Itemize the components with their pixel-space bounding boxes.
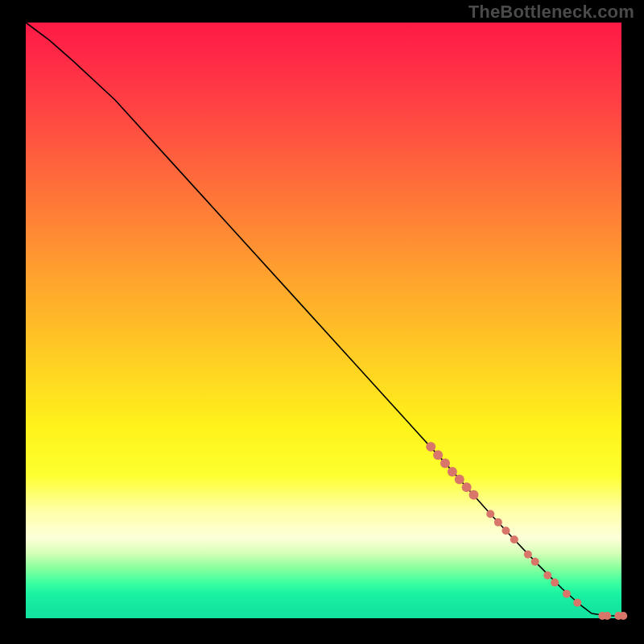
data-point <box>524 551 532 559</box>
chart-svg <box>26 23 621 618</box>
data-point <box>563 590 571 598</box>
data-point <box>551 579 559 587</box>
bottleneck-curve <box>26 23 621 616</box>
data-point <box>455 475 464 485</box>
plot-area <box>26 23 621 618</box>
data-point <box>510 535 518 543</box>
data-point <box>619 612 627 620</box>
chart-container: TheBottleneck.com <box>0 0 644 644</box>
data-point <box>448 467 457 477</box>
data-point <box>433 450 443 460</box>
data-point <box>469 490 478 500</box>
data-point <box>573 599 581 607</box>
watermark-text: TheBottleneck.com <box>469 2 634 23</box>
data-point <box>531 558 539 566</box>
data-point <box>426 442 436 452</box>
data-point <box>462 482 472 492</box>
data-point <box>440 459 450 469</box>
data-point <box>603 612 611 620</box>
data-point <box>486 510 494 518</box>
data-point <box>543 572 551 580</box>
data-point <box>502 526 510 535</box>
highlighted-points <box>426 442 627 620</box>
data-point <box>494 518 502 526</box>
